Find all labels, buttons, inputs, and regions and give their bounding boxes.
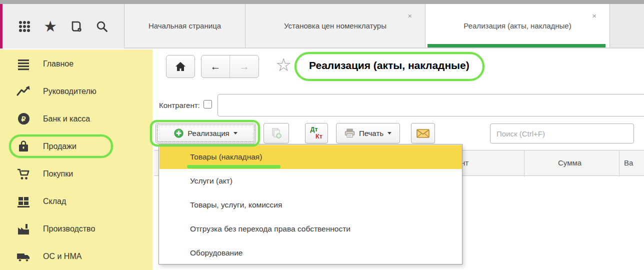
print-button[interactable]: Печать — [336, 123, 400, 144]
sidebar-item-fixed-assets[interactable]: ОС и НМА — [0, 242, 152, 270]
page-title: Реализация (акты, накладные) — [309, 60, 470, 72]
sidebar-item-label: Склад — [43, 197, 66, 206]
sidebar-item-label: Руководителю — [43, 87, 96, 96]
home-icon — [175, 62, 186, 72]
counterparty-filter-label: Контрагент: — [159, 101, 200, 110]
create-sales-document-button[interactable]: Реализация — [156, 123, 256, 144]
home-button[interactable] — [166, 55, 195, 78]
column-divider[interactable] — [619, 150, 620, 176]
tab-home-page[interactable]: Начальная страница — [124, 4, 245, 48]
sidebar-item-warehouse[interactable]: Склад — [0, 188, 152, 215]
envelope-icon — [416, 129, 430, 138]
create-button-label: Реализация — [188, 129, 229, 138]
counterparty-filter-checkbox[interactable] — [204, 100, 212, 108]
add-to-favorites-star-icon[interactable]: ☆ — [276, 56, 292, 74]
printer-icon — [344, 128, 355, 138]
chevron-down-icon — [234, 132, 238, 134]
dt-label: Дт — [310, 126, 318, 133]
kt-label: Кт — [316, 134, 322, 140]
sidebar-item-bank-cash[interactable]: ₽ Банк и касса — [0, 105, 152, 132]
sidebar-item-label: Банк и касса — [43, 114, 90, 124]
apps-grid-glyph — [18, 20, 32, 34]
tab-sales-documents[interactable]: Реализация (акты, накладные) × — [425, 4, 610, 48]
column-header-currency[interactable]: Ва — [624, 158, 633, 167]
sidebar-item-label: Главное — [43, 60, 74, 68]
sidebar-item-manager[interactable]: Руководителю — [0, 78, 152, 105]
main-menu-panel: ★ — [2, 4, 124, 48]
sidebar-item-purchases[interactable]: Покупки — [0, 160, 152, 188]
sidebar-item-label: Покупки — [43, 170, 73, 178]
menu-item-goods-services-commission[interactable]: Товары, услуги, комиссия — [160, 193, 462, 217]
copy-document-add-icon — [270, 128, 282, 140]
chevron-down-icon — [388, 132, 392, 134]
shopping-cart-icon — [16, 167, 30, 181]
factory-icon — [16, 222, 30, 236]
sidebar-item-label: Производство — [43, 224, 95, 234]
show-postings-dtkt-button[interactable]: Дт Кт — [305, 123, 328, 144]
sidebar-item-production[interactable]: Производство — [0, 215, 152, 242]
shopping-bag-icon — [16, 140, 30, 154]
history-glyph — [69, 20, 83, 34]
sidebar-item-sales[interactable]: Продажи — [0, 132, 152, 160]
counterparty-filter-input[interactable] — [218, 94, 644, 116]
search-glyph — [95, 20, 109, 34]
menu-item-goods-invoice[interactable]: Товары (накладная) — [160, 145, 462, 169]
close-icon[interactable]: × — [408, 12, 412, 20]
sidebar-item-main[interactable]: Главное — [0, 50, 152, 78]
history-nav-buttons: ← → — [201, 55, 259, 78]
active-tab-indicator — [428, 44, 606, 48]
ruble-glyph: ₽ — [22, 115, 26, 123]
trend-chart-icon — [16, 84, 30, 98]
section-sidebar: Главное Руководителю ₽ Банк и касса Прод… — [0, 50, 152, 270]
menu-item-shipment-without-ownership[interactable]: Отгрузка без перехода права собственност… — [160, 217, 462, 241]
menu-item-equipment[interactable]: Оборудование — [160, 241, 462, 265]
window-top-strip — [0, 0, 644, 4]
apps-grid-icon[interactable] — [14, 16, 34, 36]
sidebar-item-label: Продажи — [43, 142, 76, 151]
search-input[interactable] — [490, 124, 634, 144]
tab-price-setting[interactable]: Установка цен номенклатуры × — [245, 4, 425, 48]
history-icon[interactable] — [66, 16, 86, 36]
tab-label: Реализация (акты, накладные) — [464, 22, 571, 30]
warehouse-boxes-icon — [16, 194, 30, 208]
back-button[interactable]: ← — [202, 56, 230, 78]
menu-item-services-act[interactable]: Услуги (акт) — [160, 169, 462, 193]
column-header-amount[interactable]: Сумма — [558, 158, 582, 167]
column-divider[interactable] — [524, 150, 524, 176]
favorites-star-icon[interactable]: ★ — [40, 16, 60, 36]
copy-document-button[interactable] — [264, 123, 289, 144]
sidebar-item-label: ОС и НМА — [43, 252, 82, 261]
close-icon[interactable]: × — [592, 12, 596, 20]
print-button-label: Печать — [359, 129, 384, 138]
forward-button[interactable]: → — [230, 56, 258, 78]
truck-icon — [16, 250, 30, 264]
send-email-button[interactable] — [411, 123, 435, 144]
plus-circle-icon — [174, 128, 184, 138]
app-window: ★ Начальная страница Установка цен номен… — [0, 0, 644, 270]
tab-label: Установка цен номенклатуры — [284, 22, 386, 30]
create-document-dropdown-menu: Товары (накладная) Услуги (акт) Товары, … — [158, 144, 462, 264]
menu-lines-icon — [16, 57, 30, 71]
tab-label: Начальная страница — [148, 22, 221, 30]
search-icon[interactable] — [92, 16, 112, 36]
ruble-circle-icon: ₽ — [16, 112, 30, 126]
